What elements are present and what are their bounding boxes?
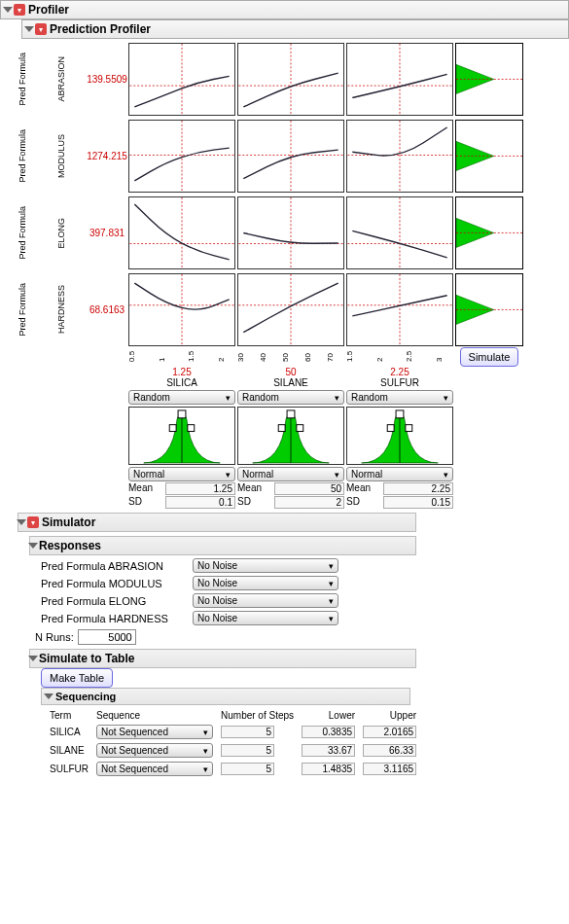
seq-steps-input[interactable] [221,744,274,757]
responses-header[interactable]: Responses [29,536,416,555]
menu-icon[interactable] [14,4,25,16]
seq-lower-input[interactable] [302,763,355,775]
profiler-title: Profiler [28,3,69,17]
toggle-icon[interactable] [28,656,38,661]
response-label-2: ABRASION [56,56,66,102]
mean-label: Mean [237,482,271,495]
seq-combo[interactable]: Not Sequenced [96,762,213,776]
noise-combo[interactable]: No Noise [193,593,338,608]
profiler-cell[interactable] [237,120,344,193]
mean-input[interactable] [274,482,344,495]
seq-steps-input[interactable] [221,763,274,775]
random-combo[interactable]: Random [128,390,235,405]
seq-upper-input[interactable] [363,726,416,738]
toggle-icon[interactable] [3,7,13,13]
profiler-cell[interactable] [128,43,235,116]
response-value: 397.831 [89,228,124,238]
response-noise-label: Pred Formula ABRASION [41,560,187,572]
seq-upper-input[interactable] [363,744,416,757]
response-label-1: Pred Formula [18,283,35,337]
distribution-combo[interactable]: Normal [128,467,235,481]
sequencing-header[interactable]: Sequencing [41,688,410,705]
profiler-cell[interactable] [237,273,344,346]
menu-icon[interactable] [35,23,47,35]
profiler-cell[interactable] [346,196,453,269]
prediction-profiler-header[interactable]: Prediction Profiler [21,19,569,39]
mean-input[interactable] [165,482,235,495]
col-upper: Upper [360,709,419,722]
response-value: 68.6163 [89,304,124,315]
seq-upper-input[interactable] [363,763,416,775]
random-combo[interactable]: Random [346,390,453,405]
simulate-button[interactable]: Simulate [460,347,519,367]
profiler-cell[interactable] [346,273,453,346]
seq-combo[interactable]: Not Sequenced [96,743,213,758]
seq-term: SILANE [47,742,91,759]
response-noise-row: Pred Formula ABRASION No Noise [41,558,569,573]
noise-combo[interactable]: No Noise [193,576,338,590]
mean-input[interactable] [383,482,453,495]
response-label-2: ELONG [56,218,66,249]
svg-rect-41 [396,410,404,418]
profiler-cell[interactable] [128,273,235,346]
responses-title: Responses [39,539,101,552]
toggle-icon[interactable] [28,543,38,549]
sd-input[interactable] [383,496,453,509]
factor-distribution-cell[interactable] [346,407,453,465]
mean-sd-block: Mean SD [128,482,235,509]
profiler-cell[interactable] [237,43,344,116]
simulator-header[interactable]: Simulator [18,513,416,532]
profiler-cell[interactable] [128,120,235,193]
sequencing-row: SILICA Not Sequenced [47,724,419,740]
sim-distribution-cell [455,273,523,346]
sd-input[interactable] [165,496,235,509]
distribution-combo[interactable]: Normal [346,467,453,481]
noise-combo[interactable]: No Noise [193,558,338,573]
nruns-row: N Runs: [35,629,569,645]
col-term: Term [47,709,91,722]
profiler-cell[interactable] [346,120,453,193]
response-label-1: Pred Formula [18,53,35,106]
menu-icon[interactable] [27,516,39,528]
col-seq: Sequence [93,709,216,722]
factor-value: 2.25 [346,367,453,377]
response-noise-label: Pred Formula HARDNESS [41,613,187,624]
toggle-icon[interactable] [44,693,53,699]
seq-steps-input[interactable] [221,726,274,738]
make-table-button[interactable]: Make Table [41,668,113,688]
svg-rect-35 [188,425,195,432]
factor-value: 1.25 [128,367,235,377]
distribution-combo[interactable]: Normal [237,467,344,481]
noise-combo[interactable]: No Noise [193,611,338,625]
nruns-input[interactable] [78,629,136,645]
col-steps: Number of Steps [218,709,297,722]
random-combo[interactable]: Random [237,390,344,405]
sequencing-row: SULFUR Not Sequenced [47,761,419,777]
sim-distribution-cell [455,43,523,116]
profiler-header[interactable]: Profiler [0,0,569,19]
factor-distribution-cell[interactable] [128,407,235,465]
svg-rect-42 [387,425,394,432]
profiler-cell[interactable] [128,196,235,269]
response-noise-label: Pred Formula ELONG [41,595,187,607]
response-label-1: Pred Formula [18,129,35,183]
factor-name: SILICA [128,377,235,388]
factor-distribution-cell[interactable] [237,407,344,465]
simulate-to-table-header[interactable]: Simulate to Table [29,649,416,668]
toggle-icon[interactable] [24,26,34,32]
x-ticks: 3040506070 [237,347,344,367]
response-label-2: HARDNESS [56,285,66,334]
mean-label: Mean [128,482,162,495]
profiler-cell[interactable] [346,43,453,116]
seq-lower-input[interactable] [302,726,355,738]
sd-input[interactable] [274,496,344,509]
profiler-cell[interactable] [237,196,344,269]
mean-label: Mean [346,482,380,495]
svg-rect-33 [178,410,186,418]
seq-combo[interactable]: Not Sequenced [96,725,213,739]
seq-lower-input[interactable] [302,744,355,757]
toggle-icon[interactable] [17,519,26,525]
mean-sd-block: Mean SD [237,482,344,509]
svg-rect-38 [278,425,285,432]
factor-value: 50 [237,367,344,377]
